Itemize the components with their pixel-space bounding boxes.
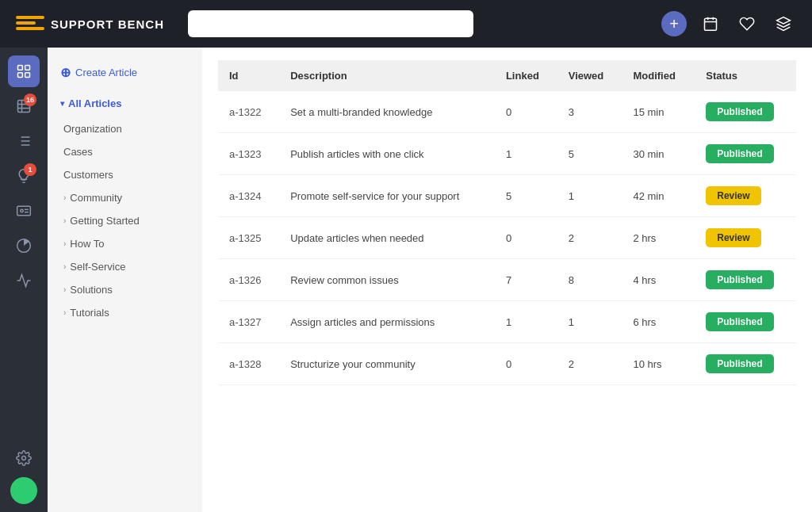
cell-modified: 42 min: [622, 175, 695, 217]
cell-modified: 15 min: [622, 91, 695, 133]
sidebar-icon-bulb[interactable]: 1: [8, 160, 40, 192]
svg-rect-7: [18, 73, 23, 78]
table-row[interactable]: a-1328 Structurize your community 0 2 10…: [218, 343, 796, 385]
chevron-down-icon: ▾: [60, 99, 64, 108]
sidebar-icon-settings[interactable]: [8, 442, 40, 474]
sidebar-icon-home[interactable]: [8, 55, 40, 87]
sidebar-icon-list[interactable]: [8, 125, 40, 157]
topbar: SUPPORT BENCH +: [0, 0, 812, 48]
status-badge: Review: [706, 186, 760, 205]
nav-item-community[interactable]: › Community: [48, 186, 202, 209]
cell-description: Assign articles and permissions: [279, 301, 495, 343]
sidebar-icon-analytics[interactable]: [8, 230, 40, 262]
nav-item-self-service[interactable]: › Self-Service: [48, 255, 202, 278]
cell-modified: 6 hrs: [622, 301, 695, 343]
cell-linked: 1: [495, 301, 557, 343]
col-modified: Modified: [622, 60, 695, 91]
cell-viewed: 5: [557, 133, 622, 175]
heart-button[interactable]: [734, 11, 760, 36]
cell-status: Review: [695, 175, 796, 217]
chevron-right-icon: ›: [63, 239, 66, 248]
table-row[interactable]: a-1326 Review common issues 7 8 4 hrs Pu…: [218, 259, 796, 301]
plus-icon: ⊕: [60, 65, 71, 80]
bulb-badge: 1: [24, 163, 36, 176]
cell-viewed: 2: [557, 217, 622, 259]
col-description: Description: [279, 60, 495, 91]
chevron-right-icon: ›: [63, 285, 66, 294]
cell-status: Published: [695, 91, 796, 133]
svg-rect-6: [25, 66, 30, 71]
cell-modified: 10 hrs: [622, 343, 695, 385]
cell-status: Published: [695, 343, 796, 385]
table-row[interactable]: a-1324 Promote self-service for your sup…: [218, 175, 796, 217]
cell-description: Set a multi-branded knowledge: [279, 91, 495, 133]
chevron-right-icon: ›: [63, 193, 66, 202]
sidebar-icon-idcard[interactable]: [8, 195, 40, 227]
search-input[interactable]: [188, 10, 473, 37]
cell-linked: 0: [495, 217, 557, 259]
cell-id: a-1325: [218, 217, 279, 259]
cell-viewed: 8: [557, 259, 622, 301]
cell-viewed: 1: [557, 175, 622, 217]
nav-item-organization[interactable]: Organization: [48, 117, 202, 140]
cell-linked: 0: [495, 91, 557, 133]
nav-item-getting-started[interactable]: › Getting Started: [48, 209, 202, 232]
nav-item-how-to[interactable]: › How To: [48, 232, 202, 255]
svg-rect-8: [25, 73, 30, 78]
cell-id: a-1327: [218, 301, 279, 343]
all-articles-item[interactable]: ▾ All Articles: [48, 93, 202, 114]
nav-item-cases[interactable]: Cases: [48, 140, 202, 163]
add-button[interactable]: +: [661, 11, 687, 36]
create-article-label: Create Article: [75, 67, 137, 78]
col-id: Id: [218, 60, 279, 91]
cell-linked: 5: [495, 175, 557, 217]
col-status: Status: [695, 60, 796, 91]
sidebar-icon-chart[interactable]: 16: [8, 90, 40, 122]
svg-point-20: [21, 209, 23, 212]
left-nav: ⊕ Create Article ▾ All Articles Organiza…: [48, 48, 202, 512]
svg-rect-0: [705, 18, 717, 30]
table-header-row: Id Description Linked Viewed Modified St…: [218, 60, 796, 91]
logo: SUPPORT BENCH: [16, 16, 164, 32]
nav-item-customers[interactable]: Customers: [48, 163, 202, 186]
chart-badge: 16: [24, 94, 36, 106]
cell-id: a-1328: [218, 343, 279, 385]
main-content: Id Description Linked Viewed Modified St…: [202, 48, 812, 512]
table-row[interactable]: a-1327 Assign articles and permissions 1…: [218, 301, 796, 343]
articles-table: Id Description Linked Viewed Modified St…: [218, 60, 796, 385]
cell-description: Promote self-service for your support: [279, 175, 495, 217]
logo-text: SUPPORT BENCH: [51, 17, 164, 31]
cell-modified: 30 min: [622, 133, 695, 175]
status-badge: Review: [706, 228, 760, 247]
status-badge: Published: [706, 102, 773, 121]
status-badge: Published: [706, 312, 773, 331]
cell-id: a-1322: [218, 91, 279, 133]
cell-linked: 0: [495, 343, 557, 385]
cell-status: Review: [695, 217, 796, 259]
svg-marker-4: [777, 17, 791, 24]
cell-status: Published: [695, 133, 796, 175]
nav-item-solutions[interactable]: › Solutions: [48, 278, 202, 301]
search-bar: [188, 10, 473, 37]
chevron-right-icon: ›: [63, 308, 66, 317]
main: 16 1 ⊕ Create Article ▾ All: [0, 48, 812, 512]
topbar-right: +: [661, 11, 796, 36]
table-body: a-1322 Set a multi-branded knowledge 0 3…: [218, 91, 796, 385]
table-row[interactable]: a-1323 Publish articles with one click 1…: [218, 133, 796, 175]
create-article-button[interactable]: ⊕ Create Article: [48, 59, 202, 86]
cell-id: a-1323: [218, 133, 279, 175]
nav-items: OrganizationCasesCustomers› Community› G…: [48, 117, 202, 324]
sidebar-icon-graph[interactable]: [8, 265, 40, 296]
user-avatar[interactable]: [10, 477, 37, 504]
table-row[interactable]: a-1325 Update articles when needed 0 2 2…: [218, 217, 796, 259]
cell-id: a-1324: [218, 175, 279, 217]
nav-item-tutorials[interactable]: › Tutorials: [48, 301, 202, 324]
cell-id: a-1326: [218, 259, 279, 301]
table-row[interactable]: a-1322 Set a multi-branded knowledge 0 3…: [218, 91, 796, 133]
cell-description: Update articles when needed: [279, 217, 495, 259]
calendar-button[interactable]: [698, 11, 723, 36]
col-linked: Linked: [495, 60, 557, 91]
all-articles-label: All Articles: [68, 97, 121, 109]
chevron-right-icon: ›: [63, 216, 66, 225]
layers-button[interactable]: [771, 11, 796, 36]
